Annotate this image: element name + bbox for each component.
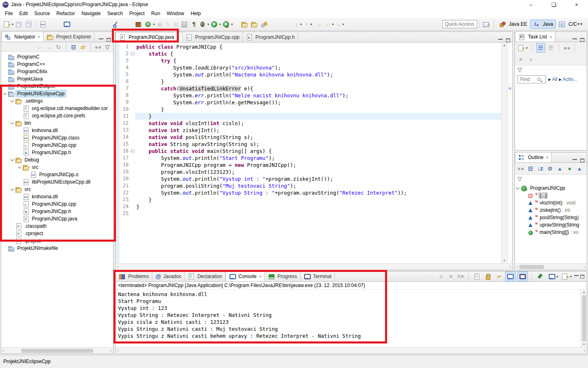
scroll-thumb[interactable] bbox=[21, 349, 93, 353]
tab-java[interactable]: ProgramJNICpp.java× bbox=[116, 32, 183, 42]
tree-item-org-eclipse-jdt-core-prefs[interactable]: org.eclipse.jdt.core.prefs bbox=[1, 112, 113, 119]
open-folder-1-button[interactable] bbox=[240, 19, 250, 29]
task-scope-activate-link[interactable]: ▸ Activ... bbox=[559, 76, 577, 82]
tab-terminal[interactable]: Terminal bbox=[301, 271, 335, 281]
tab-console[interactable]: Console× bbox=[225, 271, 265, 281]
open-console-monitor-button[interactable] bbox=[62, 19, 72, 29]
minimize-panel-icon[interactable] bbox=[99, 38, 103, 40]
tab-outline[interactable]: Outline × bbox=[515, 152, 552, 162]
dropdown-arrow-icon[interactable]: ▾ bbox=[207, 22, 209, 26]
scroll-up-icon[interactable]: ▲ bbox=[503, 43, 506, 47]
close-tab-icon[interactable]: × bbox=[176, 35, 179, 40]
view-menu-icon[interactable]: ▽ bbox=[517, 66, 523, 73]
remove-all-launches-button[interactable]: ×× bbox=[457, 272, 465, 281]
tab-cpp[interactable]: ProgramJNICpp.cpp bbox=[183, 32, 243, 42]
scroll-up-icon[interactable]: ▲ bbox=[582, 290, 586, 294]
prev-annotation-button[interactable]: ↑▾ bbox=[303, 19, 313, 29]
close-tab-icon[interactable]: × bbox=[259, 274, 261, 279]
scroll-right-icon[interactable]: › bbox=[584, 348, 585, 353]
expander-icon[interactable] bbox=[10, 121, 15, 126]
tree-item-programjnicpp-h[interactable]: ProgramJNICpp.h bbox=[1, 149, 113, 156]
open-console-button[interactable]: ▾ bbox=[561, 272, 572, 281]
run-button[interactable]: ▾ bbox=[210, 19, 222, 29]
new-wizard-button[interactable]: ▾ bbox=[2, 19, 14, 29]
scroll-left-icon[interactable]: ‹ bbox=[117, 348, 118, 353]
menu-item-run[interactable]: Run bbox=[148, 9, 163, 18]
dropdown-arrow-icon[interactable]: ▾ bbox=[219, 22, 221, 26]
outline-item-upravstring-string[interactable]: NupravString(String bbox=[515, 221, 587, 229]
menu-item-navigate[interactable]: Navigate bbox=[78, 9, 104, 18]
code-line[interactable]: 25 bbox=[119, 210, 501, 217]
code-line[interactable]: 20 System.out.println("Vystup int : "+pr… bbox=[119, 175, 501, 182]
dropdown-arrow-icon[interactable]: ▾ bbox=[526, 46, 528, 50]
perspective-java-button[interactable]: Java bbox=[530, 20, 556, 29]
minimize-button[interactable]: – bbox=[519, 0, 542, 9]
tab-h[interactable]: ProgramJNICpp.h bbox=[243, 32, 298, 42]
pin-console-button[interactable] bbox=[536, 272, 546, 281]
fold-marker-icon[interactable] bbox=[130, 148, 135, 155]
collapse-all-button[interactable]: ⊟ bbox=[526, 164, 535, 173]
scroll-down-icon[interactable]: ▼ bbox=[503, 259, 506, 263]
outline-hscrollbar[interactable]: ‹ › bbox=[515, 263, 587, 270]
code-line[interactable]: 8 System.err.println("Nelze nacist kniho… bbox=[119, 92, 501, 99]
dropdown-arrow-icon[interactable]: ▾ bbox=[332, 22, 334, 26]
dropdown-arrow-icon[interactable]: ▾ bbox=[300, 22, 302, 26]
display-console-button[interactable]: ▾ bbox=[547, 272, 559, 281]
console-vscrollbar[interactable]: ▲ ▼ bbox=[581, 289, 587, 347]
new-java-project-button[interactable] bbox=[134, 19, 144, 29]
code-editor[interactable]: 1public class ProgramJNICpp {2 static {3… bbox=[116, 43, 512, 263]
scroll-right-icon[interactable]: › bbox=[510, 265, 511, 269]
hide-local-types-button[interactable]: ▴ bbox=[575, 164, 584, 173]
close-button[interactable]: × bbox=[565, 0, 588, 9]
code-line[interactable]: 14 native void posliString(String s); bbox=[119, 134, 501, 141]
minimize-panel-icon[interactable] bbox=[572, 159, 577, 160]
tab-declaration[interactable]: Declaration bbox=[185, 271, 225, 281]
outline-item--[interactable]: S{...} bbox=[515, 192, 587, 199]
tree-item-debug[interactable]: Debug bbox=[1, 156, 113, 164]
tab-project-explorer[interactable]: Project Explorer bbox=[44, 31, 94, 42]
fold-marker-icon[interactable] bbox=[130, 50, 135, 57]
menu-item-help[interactable]: Help bbox=[187, 9, 204, 18]
forward-history-button[interactable]: → bbox=[45, 42, 53, 52]
menu-item-project[interactable]: Project bbox=[126, 9, 148, 18]
menu-item-source[interactable]: Source bbox=[31, 9, 53, 18]
maximize-panel-icon[interactable] bbox=[580, 38, 584, 42]
tree-item-programjnicpp-cpp[interactable]: ProgramJNICpp.cpp bbox=[1, 141, 113, 149]
tab-problems[interactable]: Problems bbox=[116, 271, 152, 281]
view-menu-button[interactable]: ▽ bbox=[103, 42, 111, 52]
scroll-thumb[interactable] bbox=[582, 295, 586, 341]
code-line[interactable]: 10 } bbox=[119, 106, 501, 113]
perspective-java-ee-button[interactable]: Java EE bbox=[496, 20, 530, 29]
expander-icon[interactable] bbox=[18, 165, 22, 170]
occurrence-marker[interactable] bbox=[509, 88, 511, 90]
maximize-panel-icon[interactable] bbox=[580, 159, 584, 162]
dropdown-arrow-icon[interactable]: ▾ bbox=[153, 22, 155, 26]
debug-button[interactable]: ▾ bbox=[198, 19, 210, 29]
editor-hscrollbar[interactable]: ‹ › bbox=[116, 263, 512, 270]
scroll-lock-button[interactable] bbox=[484, 272, 494, 281]
dropdown-arrow-icon[interactable]: ▾ bbox=[342, 22, 344, 26]
expander-icon[interactable] bbox=[10, 187, 15, 192]
close-tab-icon[interactable]: × bbox=[550, 34, 552, 39]
code-line[interactable]: 4 System.loadLibrary("src/knihovna"); bbox=[119, 64, 501, 71]
scheduled-button[interactable]: ☰ bbox=[547, 43, 555, 53]
terminate-button[interactable]: ■ bbox=[437, 272, 445, 281]
pilcrow-button[interactable]: ¶ bbox=[190, 19, 198, 29]
tree-item-programc64x[interactable]: ProgramC64x bbox=[1, 68, 113, 75]
search-flashlight-button[interactable] bbox=[260, 19, 270, 29]
code-line[interactable]: 19 program.vlozInt(123123); bbox=[119, 168, 501, 175]
skip-breakpoints-needle-button[interactable] bbox=[111, 19, 121, 29]
code-line[interactable]: 17 System.out.println("Start Programu"); bbox=[119, 155, 501, 162]
expander-icon[interactable] bbox=[10, 157, 15, 162]
forward-button[interactable]: →▾ bbox=[334, 19, 345, 29]
menu-item-refactor[interactable]: Refactor bbox=[53, 9, 78, 18]
code-line[interactable]: 2 static { bbox=[119, 50, 501, 57]
expander-icon[interactable] bbox=[516, 186, 521, 191]
collapse-all-button[interactable]: ⊟ bbox=[69, 42, 78, 52]
word-wrap-button[interactable]: ↵ bbox=[495, 272, 503, 281]
expander-icon[interactable] bbox=[3, 91, 8, 96]
code-line[interactable]: 15 native String upravString(String s); bbox=[119, 141, 501, 148]
up-level-button[interactable]: ↻ bbox=[54, 42, 62, 52]
menu-item-window[interactable]: Window bbox=[163, 9, 187, 18]
tree-item-src[interactable]: src bbox=[1, 186, 113, 193]
